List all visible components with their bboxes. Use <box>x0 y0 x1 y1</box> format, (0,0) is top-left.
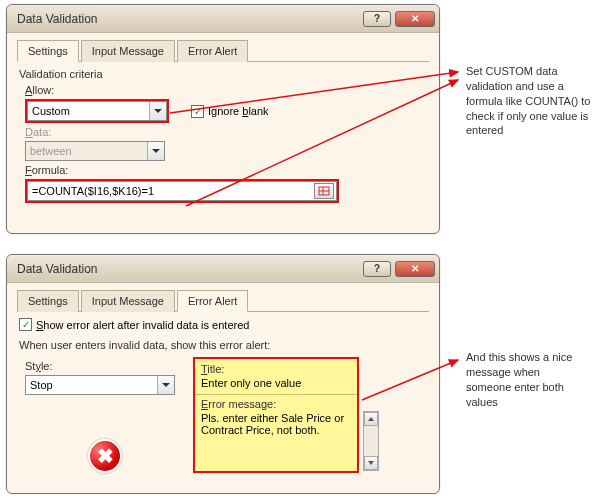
checkbox-icon: ✓ <box>19 318 32 331</box>
tab-error-alert[interactable]: Error Alert <box>177 40 249 62</box>
help-button[interactable]: ? <box>363 11 391 27</box>
error-alert-content-highlight: Title: Enter only one value Error messag… <box>193 357 359 473</box>
show-error-alert-checkbox[interactable]: ✓ Show error alert after invalid data is… <box>19 318 429 331</box>
tab-input-message[interactable]: Input Message <box>81 290 175 312</box>
data-validation-dialog-error-alert: Data Validation ? ✕ Settings Input Messa… <box>6 254 440 494</box>
dialog-title: Data Validation <box>17 262 359 276</box>
instruction-label: When user enters invalid data, show this… <box>19 339 429 351</box>
show-error-alert-label: Show error alert after invalid data is e… <box>36 319 249 331</box>
formula-highlight: =COUNTA($I16,$K16)=1 <box>25 179 339 203</box>
error-message-label: Error message: <box>201 398 351 410</box>
titlebar[interactable]: Data Validation ? ✕ <box>7 255 439 283</box>
allow-highlight: Custom <box>25 99 169 123</box>
scroll-down-button[interactable] <box>364 456 378 470</box>
formula-label: Formula: <box>25 164 429 176</box>
tab-settings[interactable]: Settings <box>17 40 79 62</box>
chevron-down-icon <box>147 142 164 160</box>
chevron-down-icon[interactable] <box>157 376 174 394</box>
data-dropdown: between <box>25 141 165 161</box>
range-selector-button[interactable] <box>314 183 334 199</box>
stop-error-icon: ✖ <box>88 439 122 473</box>
ignore-blank-checkbox[interactable]: ✓ Ignore blank <box>191 105 269 118</box>
formula-value: =COUNTA($I16,$K16)=1 <box>32 185 154 197</box>
close-button[interactable]: ✕ <box>395 11 435 27</box>
allow-label: Allow: <box>25 84 429 96</box>
allow-dropdown[interactable]: Custom <box>27 101 167 121</box>
annotation-error-message: And this shows a nice message when someo… <box>466 350 586 409</box>
title-field-label: Title: <box>201 363 351 375</box>
titlebar[interactable]: Data Validation ? ✕ <box>7 5 439 33</box>
tab-strip: Settings Input Message Error Alert <box>17 289 429 312</box>
tab-error-alert[interactable]: Error Alert <box>177 290 249 312</box>
style-label: Style: <box>25 360 185 372</box>
scroll-up-button[interactable] <box>364 412 378 426</box>
data-validation-dialog-settings: Data Validation ? ✕ Settings Input Messa… <box>6 4 440 234</box>
formula-input[interactable]: =COUNTA($I16,$K16)=1 <box>27 181 337 201</box>
tab-strip: Settings Input Message Error Alert <box>17 39 429 62</box>
error-message-textarea[interactable]: Pls. enter either Sale Price or Contract… <box>201 410 351 438</box>
allow-value: Custom <box>32 105 70 117</box>
ignore-blank-label: Ignore blank <box>208 105 269 117</box>
help-button[interactable]: ? <box>363 261 391 277</box>
style-value: Stop <box>30 379 53 391</box>
title-input[interactable]: Enter only one value <box>201 375 351 391</box>
chevron-down-icon[interactable] <box>149 102 166 120</box>
data-label: Data: <box>25 126 429 138</box>
tab-settings[interactable]: Settings <box>17 290 79 312</box>
style-dropdown[interactable]: Stop <box>25 375 175 395</box>
annotation-custom-validation: Set CUSTOM data validation and use a for… <box>466 64 596 138</box>
grid-icon <box>318 186 330 196</box>
tab-input-message[interactable]: Input Message <box>81 40 175 62</box>
validation-criteria-label: Validation criteria <box>19 68 429 80</box>
data-value: between <box>30 145 72 157</box>
textarea-scrollbar[interactable] <box>363 411 379 471</box>
close-button[interactable]: ✕ <box>395 261 435 277</box>
checkbox-icon: ✓ <box>191 105 204 118</box>
dialog-title: Data Validation <box>17 12 359 26</box>
